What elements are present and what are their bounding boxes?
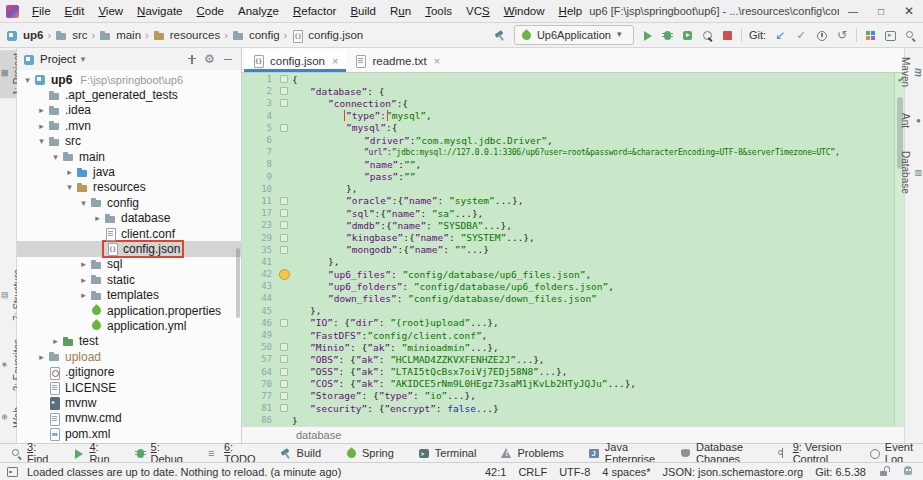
line-number[interactable]: 9	[242, 172, 276, 182]
tool-button-1-project[interactable]: ▦1: Project	[0, 50, 16, 98]
run-button[interactable]	[641, 29, 654, 42]
stop-button[interactable]	[721, 29, 734, 42]
fold-marker-icon[interactable]	[280, 355, 288, 363]
tab-config-json[interactable]: config.json×	[244, 49, 346, 72]
history-icon[interactable]	[815, 29, 828, 42]
fold-marker-icon[interactable]	[280, 319, 288, 327]
debug-button[interactable]	[661, 29, 674, 42]
status-4-spaces[interactable]: 4 spaces*	[602, 466, 650, 478]
line-number[interactable]: 35	[242, 245, 276, 255]
lock-open-icon[interactable]	[878, 465, 890, 478]
expand-arrow-icon[interactable]: ▸	[77, 290, 90, 300]
line-number[interactable]: 50	[242, 342, 276, 352]
tree-item-database[interactable]: ▸database	[17, 211, 241, 226]
status-crlf[interactable]: CRLF	[518, 466, 547, 478]
code-line-7[interactable]: 7”url”:”jdbc:mysql://127.0.0.1:3306/up6?…	[242, 146, 904, 158]
hide-panel-icon[interactable]	[222, 53, 235, 66]
fold-marker-icon[interactable]	[280, 392, 288, 400]
collapse-arrow-icon[interactable]: ▾	[35, 136, 48, 146]
profiler-button[interactable]	[701, 29, 714, 42]
line-number[interactable]: 1	[242, 74, 276, 84]
tree-item-client-conf[interactable]: client.conf	[17, 226, 241, 241]
breadcrumb-item-up6[interactable]: up6	[6, 29, 43, 42]
menu-build[interactable]: Build	[343, 0, 383, 22]
coverage-button[interactable]	[681, 29, 694, 42]
line-number[interactable]: 42	[242, 269, 276, 279]
menu-vcs[interactable]: VCS	[459, 0, 497, 22]
toolwindow-button-spring[interactable]: Spring	[345, 447, 394, 460]
line-number[interactable]: 70	[242, 379, 276, 389]
line-number[interactable]: 41	[242, 257, 276, 267]
menu-view[interactable]: View	[91, 0, 130, 22]
maximize-button[interactable]: □	[867, 0, 895, 22]
close-button[interactable]: ✕	[895, 0, 923, 22]
search-everywhere-icon[interactable]	[904, 29, 917, 42]
expand-arrow-icon[interactable]: ▸	[49, 336, 62, 346]
tree-item-java[interactable]: ▸java	[17, 164, 241, 179]
collapse-arrow-icon[interactable]: ▾	[49, 152, 62, 162]
breadcrumb-item-resources[interactable]: resources	[153, 29, 221, 42]
expand-arrow-icon[interactable]: ▸	[35, 105, 48, 115]
tree-item-src[interactable]: ▾src	[17, 134, 241, 149]
line-number[interactable]: 77	[242, 391, 276, 401]
fold-marker-icon[interactable]	[280, 124, 288, 132]
git-update-icon[interactable]: ↙	[773, 29, 787, 42]
toolwindow-toggle-icon[interactable]	[6, 465, 19, 478]
gear-icon[interactable]	[204, 53, 217, 66]
code-line-50[interactable]: 50”Minio”: {”ak”: ”minioadmin”...},	[242, 341, 904, 353]
code-line-57[interactable]: 57”OBS”: {”ak”: ”HCLMAD4ZZKVXFENHZE2J”..…	[242, 353, 904, 365]
tool-button-7-structure[interactable]: ▤7: Structure	[0, 266, 16, 324]
tree-item-main[interactable]: ▾main	[17, 149, 241, 164]
tree-item-sql[interactable]: ▸sql	[17, 257, 241, 272]
minimize-button[interactable]: —	[839, 0, 867, 22]
code-line-46[interactable]: 46”IO”: {”dir”: ”{root}upload”...},	[242, 317, 904, 329]
fold-marker-icon[interactable]	[280, 197, 288, 205]
code-line-81[interactable]: 81”security”: {”encrypt”: false...}	[242, 402, 904, 414]
code-line-10[interactable]: 10},	[242, 183, 904, 195]
run-anything-icon[interactable]	[884, 29, 897, 42]
tree-item-idea[interactable]: ▸.idea	[17, 103, 241, 118]
fold-marker-icon[interactable]	[280, 75, 288, 83]
expand-arrow-icon[interactable]: ▸	[63, 167, 76, 177]
toolwindow-button-build[interactable]: Build	[280, 447, 321, 460]
editor-breadcrumb-item[interactable]: database	[296, 429, 341, 441]
expand-arrow-icon[interactable]: ▸	[35, 121, 48, 131]
code-line-17[interactable]: 17”sql”:{”name”: ”sa”...},	[242, 207, 904, 219]
fold-marker-icon[interactable]	[280, 343, 288, 351]
tree-item-config[interactable]: ▾config	[17, 195, 241, 210]
breadcrumb-item-config-json[interactable]: config.json	[291, 29, 363, 42]
fold-marker-icon[interactable]	[280, 209, 288, 217]
code-line-6[interactable]: 6”driver”:”com.mysql.jdbc.Driver”,	[242, 134, 904, 146]
code-line-23[interactable]: 23”dmdb”:{”name”: ”SYSDBA”...},	[242, 219, 904, 231]
tool-button-database[interactable]: ▥Database	[905, 148, 923, 197]
code-editor[interactable]: 1{2”database”: {3”connection”:{4”type”:”…	[242, 73, 904, 426]
project-panel-title[interactable]: Project	[40, 53, 76, 65]
intention-bulb-icon[interactable]	[279, 269, 290, 280]
code-line-86[interactable]: 86}	[242, 414, 904, 426]
line-number[interactable]: 17	[242, 208, 276, 218]
menu-navigate[interactable]: Navigate	[130, 0, 189, 22]
scroll-to-source-icon[interactable]	[186, 53, 199, 66]
breadcrumb-item-config[interactable]: config	[232, 29, 280, 42]
fold-marker-icon[interactable]	[280, 368, 288, 376]
status-json-json-schemastore-org[interactable]: JSON: json.schemastore.org	[663, 466, 804, 478]
toolwindow-button-problems[interactable]: Problems	[500, 447, 563, 460]
line-number[interactable]: 43	[242, 281, 276, 291]
fold-marker-icon[interactable]	[280, 246, 288, 254]
code-line-43[interactable]: 43”up6_folders”: ”config/database/up6_fo…	[242, 280, 904, 292]
tree-item-mvn[interactable]: ▸.mvn	[17, 118, 241, 133]
code-line-8[interactable]: 8”name”:””,	[242, 158, 904, 170]
toolwindow-button-terminal[interactable]: Terminal	[418, 447, 477, 460]
line-number[interactable]: 44	[242, 293, 276, 303]
rollback-icon[interactable]: ↺	[835, 29, 849, 42]
code-line-35[interactable]: 35”mongodb”:{”name”: ””...}	[242, 244, 904, 256]
collapse-arrow-icon[interactable]: ▾	[21, 75, 34, 85]
tree-item-application-properties[interactable]: application.properties	[17, 303, 241, 318]
menu-analyze[interactable]: Analyze	[231, 0, 286, 22]
settings-squares-icon[interactable]	[864, 29, 877, 42]
git-commit-icon[interactable]: ✓	[794, 29, 808, 42]
code-line-4[interactable]: 4”type”:”mysql”,	[242, 110, 904, 122]
tree-item-mvnw-cmd[interactable]: mvnw.cmd	[17, 411, 241, 426]
menu-window[interactable]: Window	[497, 0, 552, 22]
line-number[interactable]: 10	[242, 184, 276, 194]
